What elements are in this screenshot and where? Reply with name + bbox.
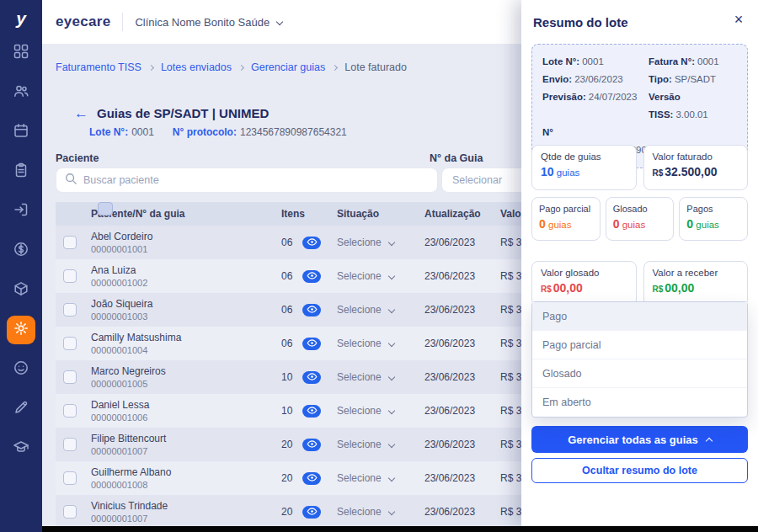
stat-unit: guias	[622, 220, 646, 230]
table-row: Camilly Matsushima00000001004 06 Selecio…	[56, 327, 588, 360]
view-guide-button[interactable]	[302, 270, 321, 283]
status-select[interactable]: Selecione	[337, 338, 418, 349]
status-select[interactable]: Selecione	[337, 472, 418, 484]
sidebar-item-inventory[interactable]	[7, 276, 35, 305]
view-guide-button[interactable]	[302, 338, 321, 350]
stat-label: Valor faturado	[653, 152, 739, 162]
status-select[interactable]: Selecione	[337, 439, 418, 450]
sidebar-item-education[interactable]	[7, 434, 35, 463]
gear-icon	[13, 321, 29, 339]
row-checkbox[interactable]	[63, 236, 77, 249]
lote-summary-panel: Resumo do lote × Lote N°:0001 Fatura N°:…	[521, 0, 758, 526]
table-row: Vinicius Trindade00000001007 20 Selecion…	[56, 495, 588, 529]
close-icon[interactable]: ×	[729, 10, 748, 29]
protocolo-value: 1234567890987654321	[240, 126, 347, 138]
stat-value: 0	[686, 217, 693, 231]
view-guide-button[interactable]	[302, 237, 321, 249]
sidebar-item-records[interactable]	[7, 157, 35, 186]
row-checkbox[interactable]	[63, 505, 77, 519]
guide-number: 00000001007	[91, 513, 275, 524]
eye-icon	[307, 405, 318, 417]
pencil-icon	[13, 400, 29, 418]
row-checkbox[interactable]	[63, 370, 77, 384]
status-dropdown-menu: Pago Pago parcial Glosado Em aberto	[531, 301, 748, 418]
sidebar-item-patients[interactable]	[7, 78, 35, 107]
status-select[interactable]: Selecione	[337, 270, 418, 282]
status-select-value: Selecione	[337, 439, 382, 450]
dropdown-item-pago[interactable]: Pago	[532, 302, 747, 331]
row-checkbox[interactable]	[63, 471, 77, 485]
sidebar-item-support[interactable]	[7, 355, 35, 384]
app-logo-icon: y	[16, 8, 26, 29]
sidebar-item-billing[interactable]	[7, 237, 35, 265]
guias-table: Paciente/N° da guia Itens Situação Atual…	[56, 202, 588, 529]
stat-card-valor-a-receber: Valor a receber R$00,00	[643, 261, 749, 306]
row-checkbox[interactable]	[63, 438, 77, 451]
breadcrumb-faturamento-tiss[interactable]: Faturamento TISS	[56, 61, 141, 73]
status-select[interactable]: Selecione	[337, 405, 418, 417]
guide-number: 00000001003	[91, 311, 275, 322]
search-input[interactable]	[83, 174, 429, 186]
breadcrumb: Faturamento TISS Lotes enviados Gerencia…	[56, 61, 407, 73]
dropdown-item-em-aberto[interactable]: Em aberto	[532, 388, 747, 417]
back-button[interactable]: ←	[74, 106, 88, 120]
page-title: Guias de SP/SADT | UNIMED	[97, 106, 269, 120]
table-header: Paciente/N° da guia Itens Situação Atual…	[56, 202, 588, 226]
users-icon	[13, 83, 29, 102]
chevron-right-icon	[238, 64, 244, 70]
itens-count: 10	[281, 405, 292, 417]
updated-date: 23/06/2023	[418, 338, 494, 349]
paciente-filter-label: Paciente	[56, 152, 99, 164]
status-select[interactable]: Selecione	[337, 304, 418, 316]
chevron-down-icon	[387, 306, 394, 313]
status-select[interactable]: Selecione	[337, 237, 418, 248]
clinic-selector[interactable]: Clínica Nome Bonito Saúde	[135, 16, 282, 29]
hide-summary-button[interactable]: Ocultar resumo do lote	[531, 458, 748, 483]
row-checkbox[interactable]	[63, 404, 77, 418]
stat-label: Pagos	[686, 204, 740, 214]
info-previsao-label: Previsão:	[542, 92, 586, 102]
status-select-value: Selecione	[337, 338, 382, 349]
info-fatura-value: 0001	[697, 56, 719, 66]
eye-icon	[307, 338, 318, 349]
login-arrow-icon	[13, 202, 29, 221]
row-checkbox[interactable]	[63, 303, 77, 317]
currency-symbol: R$	[653, 285, 664, 294]
dropdown-item-glosado[interactable]: Glosado	[532, 359, 747, 388]
calendar-icon	[13, 123, 29, 141]
view-guide-button[interactable]	[302, 472, 321, 485]
eye-icon	[307, 472, 318, 484]
info-versao-value: 3.00.01	[675, 109, 707, 120]
sidebar-item-apps[interactable]	[7, 39, 35, 67]
table-row: Daniel Lessa00000001006 10 Selecione 23/…	[56, 394, 588, 428]
sidebar-item-checkin[interactable]	[7, 197, 35, 226]
updated-date: 23/06/2023	[418, 237, 494, 248]
stat-value: 00,00	[665, 281, 694, 295]
info-fatura-label: Fatura N°:	[649, 56, 695, 66]
col-itens: Itens	[275, 208, 330, 220]
table-row: Ana Luiza00000001002 06 Selecione 23/06/…	[56, 259, 588, 293]
select-all-checkbox[interactable]	[98, 202, 113, 215]
sidebar-item-agenda[interactable]	[7, 118, 35, 146]
breadcrumb-gerenciar-guias[interactable]: Gerenciar guias	[251, 61, 325, 73]
row-checkbox[interactable]	[63, 337, 77, 350]
cube-icon	[13, 281, 29, 300]
sidebar-item-settings[interactable]	[7, 316, 35, 344]
view-guide-button[interactable]	[302, 371, 321, 384]
sidebar-item-edit[interactable]	[7, 395, 35, 423]
chevron-down-icon	[387, 508, 394, 515]
view-guide-button[interactable]	[302, 506, 321, 519]
manage-all-guides-button[interactable]: Gerenciar todas as guias	[531, 426, 748, 453]
dropdown-item-pago-parcial[interactable]: Pago parcial	[532, 331, 747, 359]
patient-name: Filipe Bittencourt	[91, 433, 275, 444]
breadcrumb-lotes-enviados[interactable]: Lotes enviados	[161, 61, 232, 73]
view-guide-button[interactable]	[302, 304, 321, 317]
row-checkbox[interactable]	[63, 269, 77, 283]
view-guide-button[interactable]	[302, 439, 321, 451]
status-select[interactable]: Selecione	[337, 506, 418, 518]
hide-summary-label: Ocultar resumo do lote	[582, 465, 697, 476]
stat-unit: guias	[696, 220, 719, 230]
view-guide-button[interactable]	[302, 405, 321, 418]
updated-date: 23/06/2023	[418, 270, 494, 282]
status-select[interactable]: Selecione	[337, 371, 418, 383]
